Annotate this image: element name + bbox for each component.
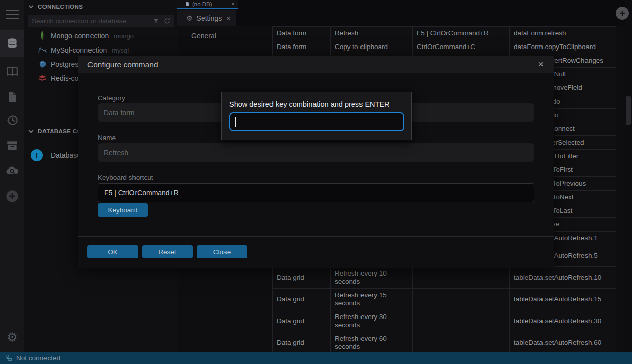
modal-title: Configure command	[87, 60, 158, 69]
close-button[interactable]: Close	[197, 245, 247, 258]
history-icon	[6, 114, 19, 127]
connection-item[interactable]: MySql-connectionmysql	[24, 43, 177, 57]
table-row[interactable]: Data gridRefresh every 30 secondstableDa…	[273, 310, 616, 332]
cell-command: tableData.setAutoRefresh.15	[510, 289, 616, 310]
table-row[interactable]: Data formCopy to clipboardCtrlOrCommand+…	[273, 40, 616, 54]
modal-footer: OKResetClose	[87, 245, 247, 258]
cloud-search-icon	[5, 164, 19, 177]
connections-header[interactable]: CONNECTIONS	[24, 2, 177, 12]
database-icon	[6, 37, 19, 50]
name-label: Name	[98, 134, 116, 142]
category-label: Category	[98, 94, 125, 102]
table-row[interactable]: Data gridRefresh every 60 secondstableDa…	[273, 332, 616, 352]
sidebar-item-files[interactable]	[0, 85, 24, 109]
cell-name: Refresh	[331, 27, 413, 40]
text-caret	[235, 117, 236, 127]
status-bar: Not connected	[0, 352, 632, 364]
cell-command: dataForm.copyToClipboard	[510, 40, 616, 54]
tab-strip: (no DB) × ⚙ Settings ×	[177, 0, 632, 26]
cell-category: Data grid	[273, 267, 331, 288]
search-input[interactable]	[28, 17, 150, 25]
key-capture-input[interactable]	[229, 112, 404, 131]
modal-footer-divider	[78, 236, 554, 237]
archive-icon	[6, 139, 19, 152]
tab-settings-label: Settings	[197, 14, 222, 22]
connection-item[interactable]: Mongo-connectionmongo	[24, 29, 177, 43]
cell-shortcut	[413, 310, 510, 332]
cell-name: Refresh every 30 seconds	[331, 310, 413, 332]
sidebar-item-queries[interactable]	[0, 60, 24, 84]
settings-gear-button[interactable]: ⚙	[0, 328, 24, 346]
name-field: Refresh	[98, 143, 534, 162]
ok-button[interactable]: OK	[87, 245, 138, 258]
tab-group-label: (no DB)	[192, 1, 212, 7]
connections-title: CONNECTIONS	[38, 4, 83, 10]
cell-name: Refresh every 10 seconds	[331, 267, 413, 288]
cell-shortcut: F5 | CtrlOrCommand+R	[413, 27, 510, 40]
tab-group-no-db[interactable]: (no DB) ×	[177, 0, 238, 9]
cell-shortcut	[413, 267, 510, 288]
reset-button[interactable]: Reset	[142, 245, 193, 258]
cell-command: tableData.setAutoRefresh.60	[510, 332, 616, 352]
left-icon-rail: ⚙	[0, 0, 24, 352]
shortcut-field[interactable]: F5 | CtrlOrCommand+R	[98, 183, 534, 202]
new-connection-button[interactable]: +	[616, 7, 629, 20]
postgres-icon	[38, 60, 47, 69]
gear-icon: ⚙	[186, 14, 193, 22]
mongodb-icon	[38, 31, 47, 40]
cell-command: tableData.setAutoRefresh.10	[510, 267, 616, 288]
connection-engine: mongo	[114, 32, 134, 40]
connection-search	[28, 15, 174, 27]
sidebar-item-history[interactable]	[0, 108, 24, 132]
hamburger-icon	[6, 10, 19, 19]
configure-command-modal: Configure command × Category Data form N…	[78, 56, 554, 268]
sidebar-item-cloud-search[interactable]	[0, 159, 24, 183]
plus-circle-icon	[5, 189, 19, 203]
cell-name: Refresh every 60 seconds	[331, 332, 413, 352]
connection-status-icon	[5, 355, 12, 361]
redis-icon	[38, 74, 47, 83]
table-row[interactable]: Data gridRefresh every 15 secondstableDa…	[273, 289, 616, 310]
file-icon	[6, 90, 18, 104]
chevron-down-icon	[29, 4, 34, 9]
hamburger-menu-button[interactable]	[0, 2, 24, 26]
gear-icon: ⚙	[7, 330, 18, 344]
scrollbar-thumb[interactable]	[626, 96, 631, 125]
connection-name: Mongo-connection	[51, 32, 109, 40]
book-icon	[6, 65, 19, 78]
key-capture-message: Show desired key combination and press E…	[229, 100, 390, 108]
keyboard-button[interactable]: Keyboard	[98, 203, 148, 217]
sidebar-item-database[interactable]	[0, 30, 24, 57]
chevron-down-icon	[29, 128, 34, 133]
cell-category: Data grid	[273, 310, 331, 332]
close-icon[interactable]: ×	[226, 14, 230, 22]
tab-settings[interactable]: ⚙ Settings ×	[177, 10, 236, 26]
filter-icon[interactable]	[150, 18, 161, 24]
close-icon[interactable]: ×	[231, 1, 235, 8]
sidebar-item-archive[interactable]	[0, 133, 24, 158]
key-capture-overlay: Show desired key combination and press E…	[221, 92, 412, 140]
sidebar-item-add[interactable]	[0, 184, 24, 208]
info-circle-icon: !	[31, 149, 43, 161]
scrollbar-track[interactable]	[625, 0, 632, 352]
table-row[interactable]: Data gridRefresh every 10 secondstableDa…	[273, 267, 616, 289]
cell-category: Data grid	[273, 289, 331, 310]
cell-category: Data form	[273, 40, 331, 54]
settings-menu-general[interactable]: General	[191, 32, 216, 40]
file-icon	[185, 1, 190, 7]
cell-name: Refresh every 15 seconds	[331, 289, 413, 310]
connection-engine: mysql	[112, 47, 129, 54]
cell-shortcut	[413, 332, 510, 352]
connection-name: MySql-connection	[51, 46, 107, 54]
cell-command: dataForm.refresh	[510, 27, 616, 40]
cell-shortcut: CtrlOrCommand+C	[413, 40, 510, 54]
refresh-icon[interactable]	[161, 18, 172, 24]
app-window: ⚙ CONNECTIONS Mongo-connectionmongoMySql…	[0, 0, 632, 364]
modal-header: Configure command ×	[78, 56, 554, 73]
status-text: Not connected	[16, 354, 60, 362]
cell-shortcut	[413, 289, 510, 310]
cell-name: Copy to clipboard	[331, 40, 413, 54]
close-icon[interactable]: ×	[538, 59, 544, 70]
table-row[interactable]: Data formRefreshF5 | CtrlOrCommand+Rdata…	[273, 27, 616, 40]
plus-icon: +	[619, 8, 625, 19]
